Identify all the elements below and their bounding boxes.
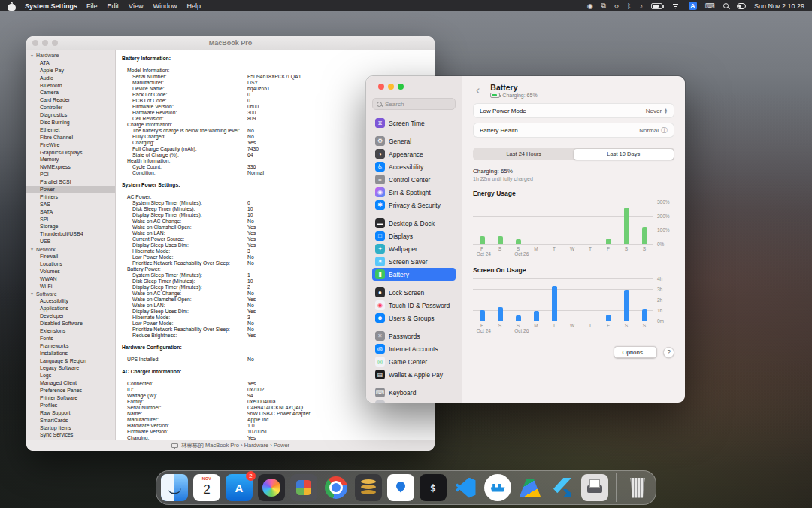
si-sidebar-item[interactable]: SATA (26, 208, 115, 216)
si-title-bar[interactable]: MacBook Pro (26, 36, 435, 50)
dock-icon-printer[interactable] (581, 474, 608, 501)
dock-icon-flutter[interactable] (549, 474, 576, 501)
menu-item[interactable]: Help (186, 2, 201, 10)
si-sidebar-item[interactable]: NVMExpress (26, 163, 115, 171)
wifi-icon[interactable] (671, 3, 680, 9)
si-sidebar-item[interactable]: Apple Pay (26, 67, 115, 75)
settings-sidebar-item-lock-screen[interactable]: ● Lock Screen (372, 286, 456, 299)
settings-sidebar-item-accessibility[interactable]: ♿ Accessibility (372, 160, 456, 173)
menu-item[interactable]: File (86, 2, 98, 10)
dock-icon-finder[interactable] (161, 474, 188, 501)
app-menu[interactable]: System Settings (25, 2, 77, 10)
si-sidebar-item[interactable]: Startup Items (26, 424, 115, 432)
si-sidebar-item[interactable]: SPI (26, 216, 115, 224)
si-sidebar-item[interactable]: Wi-Fi (26, 283, 115, 291)
si-sidebar-item[interactable]: Locations (26, 260, 115, 268)
menu-item[interactable]: Edit (108, 2, 120, 10)
si-sidebar-item[interactable]: Thunderbolt/USB4 (26, 230, 115, 238)
si-sidebar-item[interactable]: Volumes (26, 268, 115, 275)
spotlight-search-icon[interactable] (723, 3, 729, 8)
settings-sidebar-item-siri-spotlight[interactable]: ◉ Siri & Spotlight (372, 186, 456, 199)
bluetooth-icon[interactable]: ᛒ (627, 2, 631, 10)
dock-icon-app-store[interactable]: A 2 (226, 474, 253, 501)
history-range-tab[interactable]: Last 24 Hours (474, 149, 574, 160)
si-sidebar-item[interactable]: Preference Panes (26, 387, 115, 394)
minimize-button[interactable] (388, 84, 394, 90)
apple-menu-icon[interactable] (8, 2, 16, 11)
si-sidebar-item[interactable]: Diagnostics (26, 111, 115, 119)
battery-status-icon[interactable] (651, 3, 662, 9)
settings-sidebar-item-internet-accounts[interactable]: @ Internet Accounts (372, 342, 456, 355)
disclosure-triangle-icon[interactable]: ▼ (30, 53, 34, 58)
si-sidebar-item[interactable]: USB (26, 238, 115, 245)
si-sidebar-item[interactable]: Sync Services (26, 431, 115, 439)
keyboard-icon[interactable]: ⌨ (705, 2, 715, 10)
dock-icon-terminal[interactable]: $ (420, 474, 447, 501)
si-sidebar-item[interactable]: Raw Support (26, 409, 115, 417)
si-sidebar-item[interactable]: Bluetooth (26, 82, 115, 90)
si-sidebar-item[interactable]: WWAN (26, 275, 115, 283)
low-power-mode-select[interactable]: Never ▲▼ (646, 108, 668, 114)
si-sidebar-section[interactable]: ▼Network (26, 245, 115, 253)
menu-item[interactable]: Window (153, 2, 177, 10)
settings-sidebar-item-privacy-security[interactable]: ✱ Privacy & Security (372, 199, 456, 211)
si-sidebar-item[interactable]: Disc Burning (26, 119, 115, 126)
si-sidebar-item[interactable]: Frameworks (26, 342, 115, 350)
si-sidebar-section[interactable]: ▼Software (26, 291, 115, 298)
si-sidebar-item[interactable]: Profiles (26, 402, 115, 409)
settings-sidebar-item-keyboard[interactable]: ⌨ Keyboard (372, 386, 456, 399)
dock-icon-calendar[interactable]: NOV 2 (193, 474, 220, 501)
si-sidebar-item[interactable]: Fonts (26, 335, 115, 342)
settings-sidebar-item-desktop-dock[interactable]: ▬ Desktop & Dock (372, 217, 456, 230)
si-sidebar-item[interactable]: FireWire (26, 141, 115, 149)
close-button[interactable] (32, 40, 38, 46)
settings-sidebar-item-passwords[interactable]: ✳ Passwords (372, 330, 456, 342)
si-sidebar-item[interactable]: Memory (26, 156, 115, 163)
dock-icon-google-drive[interactable] (517, 474, 544, 501)
settings-sidebar-item-trackpad[interactable]: ▭ Trackpad (372, 399, 456, 403)
disclosure-triangle-icon[interactable]: ▼ (30, 291, 34, 296)
si-sidebar-item[interactable]: Camera (26, 89, 115, 96)
settings-sidebar-item-screen-time[interactable]: ⧖ Screen Time (372, 117, 456, 129)
si-sidebar-item[interactable]: Card Reader (26, 96, 115, 104)
dock-icon-launchpad[interactable] (290, 474, 317, 501)
si-sidebar-item[interactable]: Extensions (26, 327, 115, 335)
dock-icon-docker[interactable] (484, 474, 511, 501)
si-sidebar-item[interactable]: Logs (26, 372, 115, 379)
menu-clock[interactable]: Sun Nov 2 10:29 (754, 2, 804, 10)
si-sidebar-item[interactable]: Controller (26, 104, 115, 111)
si-sidebar-item[interactable]: Fibre Channel (26, 134, 115, 141)
si-sidebar-item[interactable]: Power (26, 186, 115, 193)
input-source-icon[interactable]: A (689, 2, 697, 10)
settings-sidebar-item-battery[interactable]: ▮ Battery (372, 268, 456, 281)
dock-icon-database[interactable] (355, 474, 382, 501)
minimize-button[interactable] (42, 40, 48, 46)
options-button[interactable]: Options… (614, 346, 657, 358)
si-sidebar-item[interactable]: Applications (26, 305, 115, 312)
dock-icon-vscode[interactable] (452, 474, 479, 501)
back-button[interactable]: ‹ (473, 85, 483, 96)
dock-icon-photos[interactable] (258, 474, 285, 501)
si-sidebar-item[interactable]: ATA (26, 59, 115, 67)
settings-sidebar-item-screen-saver[interactable]: ✶ Screen Saver (372, 255, 456, 268)
settings-sidebar-item-touch-id-password[interactable]: ◉ Touch ID & Password (372, 299, 456, 312)
volume-icon[interactable]: ♪ (639, 2, 643, 10)
search-field[interactable] (372, 98, 456, 110)
clipboard-icon[interactable]: ⧉ (601, 2, 606, 10)
si-sidebar-item[interactable]: Ethernet (26, 126, 115, 134)
si-sidebar-item[interactable]: Developer (26, 312, 115, 320)
info-icon[interactable]: ⓘ (661, 126, 668, 135)
si-sidebar-item[interactable]: Storage (26, 223, 115, 230)
si-sidebar-item[interactable]: Parallel SCSI (26, 178, 115, 186)
settings-sidebar-item-general[interactable]: ⚙ General (372, 135, 456, 148)
dock-icon-trash[interactable] (624, 474, 651, 501)
si-sidebar-item[interactable]: Printers (26, 193, 115, 201)
si-sidebar-item[interactable]: SmartCards (26, 417, 115, 424)
settings-sidebar-item-displays[interactable]: □ Displays (372, 230, 456, 242)
dock-icon-maps[interactable] (387, 474, 414, 501)
si-sidebar-section[interactable]: ▼Hardware (26, 52, 115, 59)
si-sidebar-item[interactable]: Installations (26, 350, 115, 357)
si-sidebar-item[interactable]: Printer Software (26, 394, 115, 402)
settings-sidebar-item-wallpaper[interactable]: ✦ Wallpaper (372, 242, 456, 255)
settings-sidebar-item-wallet-apple-pay[interactable]: ▤ Wallet & Apple Pay (372, 368, 456, 381)
